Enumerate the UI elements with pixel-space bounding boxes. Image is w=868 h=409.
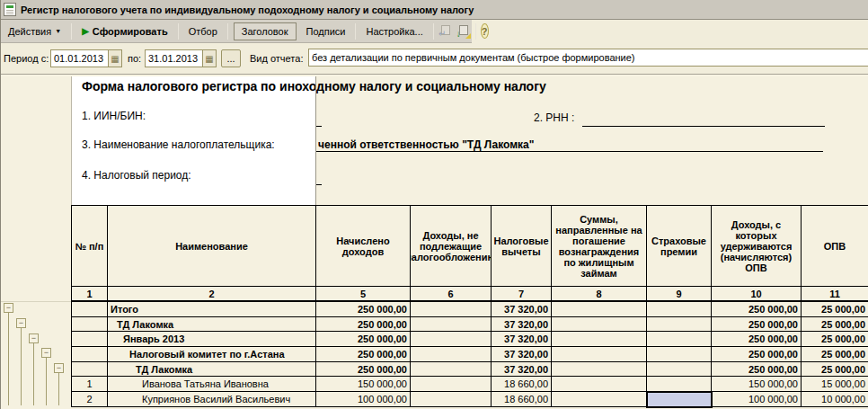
value-cell[interactable]	[647, 302, 712, 317]
value-cell[interactable]	[552, 302, 647, 317]
column-header[interactable]: Налоговые вычеты	[492, 206, 552, 287]
value-cell[interactable]: 37 320,00	[492, 332, 552, 347]
column-header[interactable]: Начислено доходов	[316, 206, 411, 287]
value-cell[interactable]: 250 000,00	[316, 347, 411, 362]
row-number-cell[interactable]	[72, 302, 108, 317]
column-number[interactable]: 2	[108, 287, 316, 302]
period-to-input[interactable]: 31.01.2013 ▦	[145, 49, 217, 67]
value-cell[interactable]	[552, 317, 647, 333]
actions-menu-button[interactable]: Действия ▼	[1, 22, 68, 41]
value-cell[interactable]: 250 000,00	[316, 302, 411, 317]
value-cell[interactable]	[647, 317, 712, 333]
value-cell[interactable]: 25 000,00	[802, 332, 868, 347]
name-cell[interactable]: Итого	[108, 302, 316, 317]
value-cell[interactable]: 250 000,00	[316, 362, 411, 378]
value-cell[interactable]	[552, 347, 647, 362]
value-cell[interactable]: 37 320,00	[492, 302, 552, 317]
value-cell[interactable]	[552, 377, 647, 392]
value-cell[interactable]: 150 000,00	[712, 377, 802, 392]
calendar-icon[interactable]: ▦	[202, 50, 216, 67]
value-cell[interactable]	[411, 347, 492, 362]
value-cell[interactable]: 37 320,00	[492, 347, 552, 362]
name-cell[interactable]: ТД Лакомка	[108, 362, 316, 378]
value-cell[interactable]	[647, 332, 712, 347]
name-cell[interactable]: Налоговый комитет по г.Астана	[108, 347, 316, 362]
name-cell[interactable]: Иванова Татьяна Ивановна	[108, 377, 316, 392]
collapse-group-button[interactable]: −	[4, 303, 13, 313]
column-number[interactable]: 10	[712, 287, 802, 302]
row-number-cell[interactable]: 1	[72, 377, 108, 392]
collapse-group-button[interactable]: −	[41, 348, 51, 358]
value-cell[interactable]: 15 000,00	[802, 377, 868, 392]
value-cell[interactable]: 18 660,00	[492, 392, 552, 407]
settings-button[interactable]: Настройка...	[359, 22, 430, 41]
value-cell[interactable]	[411, 362, 492, 378]
value-cell[interactable]: 250 000,00	[712, 317, 802, 333]
value-cell[interactable]	[647, 377, 712, 392]
column-header[interactable]: Наименование	[108, 206, 316, 287]
value-cell[interactable]: 250 000,00	[712, 362, 802, 378]
column-header[interactable]: ОПВ	[802, 206, 868, 287]
collapse-group-button[interactable]: −	[16, 318, 26, 328]
report-type-input[interactable]: без детализации по первичным документам …	[308, 49, 868, 67]
column-header[interactable]: Доходы, с которых удерживаются (начисляю…	[712, 206, 802, 287]
column-header[interactable]: Суммы, направленные на погашение вознагр…	[552, 206, 647, 287]
column-header[interactable]: № п/п	[72, 206, 108, 287]
collapse-group-button[interactable]: −	[29, 333, 39, 343]
row-number-cell[interactable]	[72, 347, 108, 362]
value-cell[interactable]	[411, 332, 492, 347]
filter-button[interactable]: Отбор	[182, 22, 225, 41]
value-cell[interactable]: 25 000,00	[802, 302, 868, 317]
value-cell[interactable]: 25 000,00	[802, 317, 868, 333]
value-cell[interactable]: 250 000,00	[316, 317, 411, 333]
column-number[interactable]: 1	[72, 287, 108, 302]
value-cell[interactable]: 250 000,00	[712, 347, 802, 362]
period-from-input[interactable]: 01.01.2013 ▦	[50, 49, 122, 67]
period-picker-button[interactable]: ...	[221, 49, 241, 67]
header-toggle-button[interactable]: Заголовок	[234, 22, 297, 40]
row-number-cell[interactable]: 2	[72, 392, 108, 407]
value-cell[interactable]	[411, 377, 492, 392]
value-cell[interactable]: 250 000,00	[712, 302, 802, 317]
help-button[interactable]: ?	[481, 23, 489, 39]
row-number-cell[interactable]	[72, 317, 108, 333]
value-cell[interactable]	[552, 332, 647, 347]
value-cell[interactable]	[552, 362, 647, 378]
value-cell[interactable]	[411, 392, 492, 407]
value-cell[interactable]: 150 000,00	[316, 377, 411, 392]
column-number[interactable]: 7	[492, 287, 552, 302]
value-cell[interactable]: 18 660,00	[492, 377, 552, 392]
generate-report-button[interactable]: ▶ Сформировать	[75, 22, 175, 41]
selected-cell[interactable]	[647, 392, 712, 407]
save-settings-icon[interactable]: ↓	[456, 24, 471, 39]
column-number[interactable]: 11	[802, 287, 868, 302]
calendar-icon[interactable]: ▦	[108, 50, 121, 67]
value-cell[interactable]: 37 320,00	[492, 362, 552, 378]
column-number[interactable]: 9	[647, 287, 712, 302]
column-header[interactable]: Страховые премии	[647, 206, 712, 287]
name-cell[interactable]: Куприянов Василий Васильевич	[108, 392, 316, 407]
value-cell[interactable]: 100 000,00	[712, 392, 802, 407]
value-cell[interactable]: 250 000,00	[712, 332, 802, 347]
column-number[interactable]: 8	[552, 287, 647, 302]
name-cell[interactable]: Январь 2013	[108, 332, 316, 347]
row-number-cell[interactable]	[72, 362, 108, 378]
name-cell[interactable]: ТД Лакомка	[108, 317, 316, 333]
value-cell[interactable]: 250 000,00	[316, 332, 411, 347]
value-cell[interactable]: 25 000,00	[802, 347, 868, 362]
restore-settings-icon[interactable]: ↵	[438, 24, 453, 39]
value-cell[interactable]: 25 000,00	[802, 362, 868, 378]
value-cell[interactable]	[411, 302, 492, 317]
value-cell[interactable]: 37 320,00	[492, 317, 552, 333]
value-cell[interactable]: 10 000,00	[802, 392, 868, 407]
value-cell[interactable]: 100 000,00	[316, 392, 411, 407]
column-number[interactable]: 5	[316, 287, 411, 302]
row-number-cell[interactable]	[72, 332, 108, 347]
signatures-button[interactable]: Подписи	[299, 22, 353, 41]
collapse-group-button[interactable]: −	[54, 363, 64, 373]
value-cell[interactable]	[647, 362, 712, 378]
value-cell[interactable]	[411, 317, 492, 333]
value-cell[interactable]	[647, 347, 712, 362]
value-cell[interactable]	[552, 392, 647, 407]
column-number[interactable]: 6	[411, 287, 492, 302]
